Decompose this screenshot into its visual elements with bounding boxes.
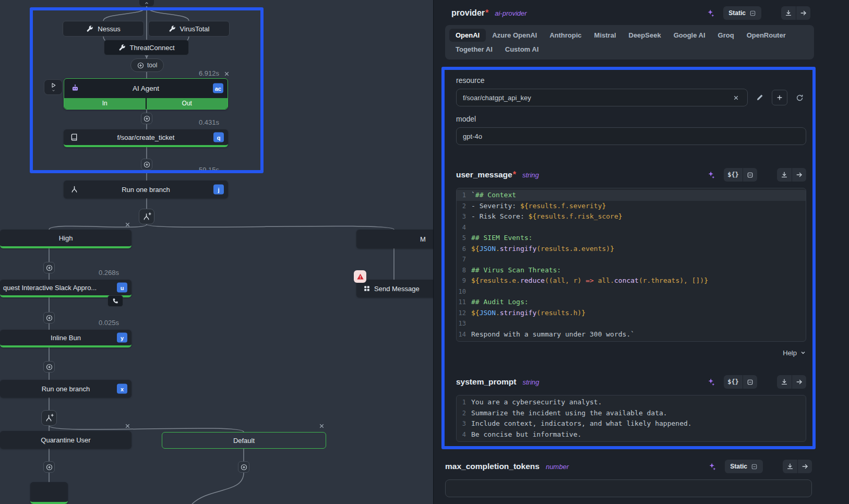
- branch-split-button[interactable]: [41, 410, 57, 426]
- static-mode-button[interactable]: Static: [725, 460, 763, 473]
- high-branch-node[interactable]: High: [0, 230, 131, 248]
- code-line[interactable]: 11## Audit Logs:: [457, 297, 806, 308]
- run-node-button[interactable]: [44, 79, 63, 95]
- ai-agent-node[interactable]: AI Agent ac In Out: [64, 78, 228, 110]
- expression-wand-button[interactable]: [703, 168, 719, 182]
- add-step-button[interactable]: [141, 113, 152, 124]
- goto-output-button[interactable]: [796, 6, 810, 20]
- expand-editor-button[interactable]: [743, 168, 757, 182]
- tool-node-virustotal[interactable]: VirusTotal: [148, 21, 230, 37]
- add-step-button[interactable]: [43, 312, 55, 323]
- add-step-button[interactable]: [238, 461, 249, 473]
- code-line[interactable]: 10: [457, 286, 806, 297]
- run-one-branch-node[interactable]: Run one branch j: [64, 181, 228, 198]
- message-node-partial[interactable]: M: [356, 230, 433, 248]
- provider-tab-custom-ai[interactable]: Custom AI: [499, 43, 545, 56]
- expression-wand-button[interactable]: [703, 375, 719, 389]
- expression-wand-button[interactable]: [704, 460, 720, 473]
- pull-input-button[interactable]: [783, 460, 797, 473]
- collapsed-node-stub[interactable]: [139, 0, 154, 6]
- inline-bun-node[interactable]: Inline Bun y: [0, 330, 131, 347]
- expression-mode-button[interactable]: ${}: [724, 375, 743, 389]
- send-message-node[interactable]: Send Message: [356, 280, 433, 297]
- provider-tab-anthropic[interactable]: Anthropic: [543, 29, 588, 42]
- refresh-resources-button[interactable]: [793, 91, 806, 104]
- default-branch-node[interactable]: Default: [162, 432, 326, 449]
- expand-editor-button[interactable]: [743, 375, 757, 389]
- add-resource-button[interactable]: [772, 90, 787, 105]
- code-line[interactable]: 2- Severity: ${results.f.severity}: [457, 201, 806, 212]
- system-prompt-editor[interactable]: 1You are a cybersecurity analyst.2Summar…: [456, 395, 806, 442]
- pull-input-button[interactable]: [777, 375, 792, 389]
- static-mode-button[interactable]: Static: [723, 6, 761, 20]
- phone-handle[interactable]: [107, 295, 123, 307]
- code-line[interactable]: 7: [457, 254, 806, 265]
- goto-output-button[interactable]: [792, 375, 806, 389]
- provider-tab-openrouter[interactable]: OpenRouter: [740, 29, 792, 42]
- close-icon[interactable]: [222, 69, 231, 78]
- close-icon[interactable]: [317, 422, 326, 430]
- refresh-icon: [796, 94, 804, 102]
- code-line[interactable]: 8## Virus Scan Threats:: [457, 265, 806, 276]
- code-line[interactable]: 5## SIEM Events:: [457, 233, 806, 244]
- tool-handle[interactable]: tool: [130, 58, 164, 72]
- provider-tab-groq[interactable]: Groq: [712, 29, 740, 42]
- resource-input[interactable]: f/soar/chatgpt_api_key: [456, 89, 748, 106]
- add-step-button[interactable]: [43, 461, 55, 473]
- code-line[interactable]: 13: [457, 318, 806, 329]
- io-actions: [781, 6, 810, 20]
- line-text: Summarize the incident using the availab…: [471, 408, 667, 419]
- io-actions: [777, 375, 806, 389]
- pull-input-button[interactable]: [781, 6, 796, 20]
- quarantine-user-node[interactable]: Quarantine User: [0, 431, 131, 449]
- play-icon: [50, 82, 57, 89]
- code-line[interactable]: 9${results.e.reduce((all, r) => all.conc…: [457, 275, 806, 286]
- create-ticket-node[interactable]: f/soar/create_ticket q: [64, 129, 228, 147]
- tool-node-threatconnect[interactable]: ThreatConnect: [104, 40, 189, 55]
- code-line[interactable]: 4: [457, 222, 806, 233]
- workflow-canvas[interactable]: Nessus VirusTotal ThreatConnect tool 6.9…: [0, 0, 433, 504]
- code-line[interactable]: 4Be concise but informative.: [457, 429, 806, 440]
- tool-node-nessus[interactable]: Nessus: [63, 21, 144, 37]
- goto-output-button[interactable]: [792, 168, 806, 182]
- run-one-branch-node-2[interactable]: Run one branch x: [0, 380, 131, 398]
- edit-resource-button[interactable]: [753, 91, 767, 104]
- goto-output-button[interactable]: [797, 460, 812, 473]
- provider-tab-together-ai[interactable]: Together AI: [449, 43, 499, 56]
- add-step-button[interactable]: [43, 361, 55, 373]
- provider-tab-deepseek[interactable]: DeepSeek: [623, 29, 667, 42]
- code-line[interactable]: 1You are a cybersecurity analyst.: [457, 397, 806, 408]
- provider-tab-mistral[interactable]: Mistral: [588, 29, 623, 42]
- expression-mode-button[interactable]: ${}: [724, 168, 743, 182]
- code-line[interactable]: 14Respond with a summary under 300 words…: [457, 329, 806, 340]
- code-line[interactable]: 2Summarize the incident using the availa…: [457, 408, 806, 419]
- provider-tab-azure-openai[interactable]: Azure OpenAI: [486, 29, 543, 42]
- provider-tab-google-ai[interactable]: Google AI: [667, 29, 712, 42]
- code-line[interactable]: 6${JSON.stringify(results.a.events)}: [457, 244, 806, 255]
- editor-help[interactable]: Help: [456, 346, 806, 359]
- agent-in-handle[interactable]: In: [64, 98, 146, 109]
- slack-approval-node[interactable]: quest Interactive Slack Appro... u: [0, 280, 131, 297]
- partial-node-bottom[interactable]: [30, 482, 68, 504]
- add-step-button[interactable]: [141, 159, 152, 170]
- expression-wand-button[interactable]: [702, 6, 718, 20]
- tool-node-label: Nessus: [98, 25, 120, 33]
- max-tokens-input[interactable]: [445, 479, 812, 497]
- provider-tab-openai[interactable]: OpenAI: [449, 29, 486, 42]
- branch-split-button[interactable]: [139, 209, 154, 224]
- clear-icon[interactable]: [731, 91, 741, 104]
- close-icon[interactable]: [123, 220, 131, 229]
- node-label: quest Interactive Slack Appro...: [0, 284, 131, 292]
- user-message-editor[interactable]: 1`## Context2- Severity: ${results.f.sev…: [456, 188, 806, 342]
- code-line[interactable]: 1`## Context: [457, 190, 806, 201]
- code-line[interactable]: 12${JSON.stringify(results.h)}: [457, 308, 806, 319]
- io-actions: [783, 460, 812, 473]
- add-step-button[interactable]: [43, 262, 55, 273]
- close-icon[interactable]: [123, 422, 131, 430]
- code-line[interactable]: 3Include context, indicators, and what l…: [457, 418, 806, 429]
- pull-input-button[interactable]: [777, 168, 792, 182]
- code-line[interactable]: 3- Risk Score: ${results.f.risk_score}: [457, 211, 806, 222]
- agent-out-handle[interactable]: Out: [147, 98, 228, 109]
- model-input[interactable]: gpt-4o: [456, 127, 806, 145]
- line-number: 12: [457, 308, 471, 319]
